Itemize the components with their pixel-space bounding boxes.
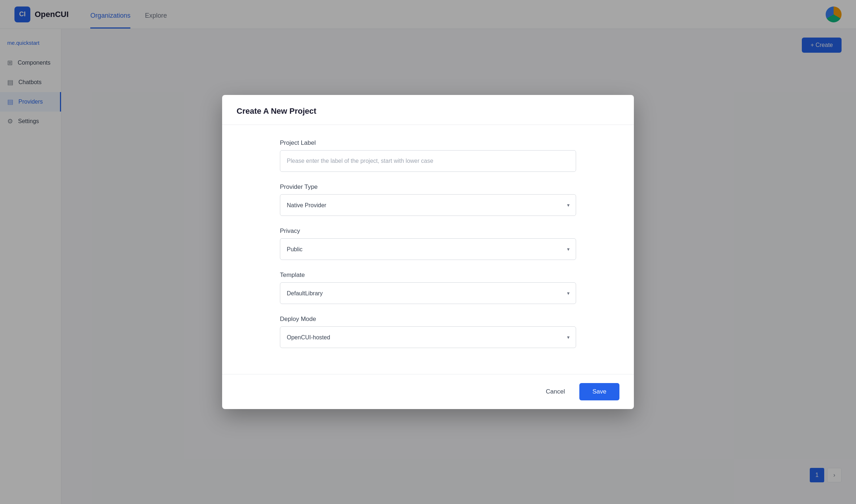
template-label: Template xyxy=(280,271,576,279)
deploy-mode-select-wrapper: OpenCUI-hosted Self-hosted ▾ xyxy=(280,326,576,348)
modal-overlay[interactable]: Create A New Project Project Label Provi… xyxy=(0,0,856,504)
deploy-mode-label: Deploy Mode xyxy=(280,316,576,323)
template-group: Template DefaultLibrary EmptyLibrary ▾ xyxy=(280,271,576,304)
create-project-modal: Create A New Project Project Label Provi… xyxy=(222,95,634,409)
privacy-select-wrapper: Public Private ▾ xyxy=(280,238,576,260)
provider-type-select-wrapper: Native Provider OpenAI Provider Custom P… xyxy=(280,194,576,216)
privacy-select[interactable]: Public Private xyxy=(280,238,576,260)
project-label-group: Project Label xyxy=(280,139,576,172)
project-label-input[interactable] xyxy=(280,150,576,172)
deploy-mode-select[interactable]: OpenCUI-hosted Self-hosted xyxy=(280,326,576,348)
project-label-label: Project Label xyxy=(280,139,576,147)
provider-type-label: Provider Type xyxy=(280,183,576,191)
deploy-mode-group: Deploy Mode OpenCUI-hosted Self-hosted ▾ xyxy=(280,316,576,348)
template-select-wrapper: DefaultLibrary EmptyLibrary ▾ xyxy=(280,282,576,304)
cancel-button[interactable]: Cancel xyxy=(539,384,572,400)
modal-footer: Cancel Save xyxy=(222,374,634,409)
privacy-group: Privacy Public Private ▾ xyxy=(280,227,576,260)
provider-type-group: Provider Type Native Provider OpenAI Pro… xyxy=(280,183,576,216)
provider-type-select[interactable]: Native Provider OpenAI Provider Custom P… xyxy=(280,194,576,216)
template-select[interactable]: DefaultLibrary EmptyLibrary xyxy=(280,282,576,304)
modal-header: Create A New Project xyxy=(222,95,634,125)
modal-title: Create A New Project xyxy=(237,107,619,116)
modal-body: Project Label Provider Type Native Provi… xyxy=(222,125,634,374)
save-button[interactable]: Save xyxy=(579,383,619,400)
privacy-label: Privacy xyxy=(280,227,576,235)
